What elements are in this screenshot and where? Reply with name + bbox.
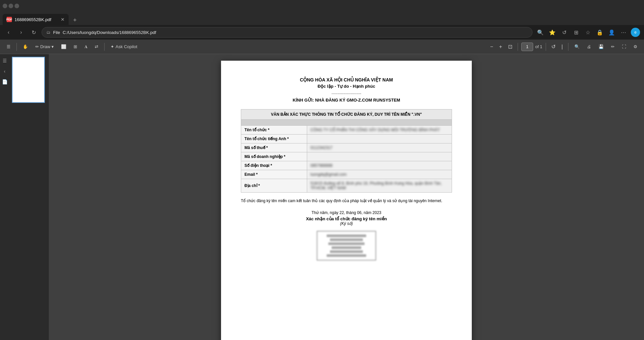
stamp-line-2	[330, 238, 363, 241]
refresh-icon[interactable]: ↺	[560, 28, 569, 37]
field-value-0: CÔNG TY CỔ PHẦN THI CÔNG XÂY DỰNG MÔI TR…	[307, 126, 452, 135]
address-protocol: File	[53, 30, 60, 35]
edge-icon: e	[631, 28, 640, 37]
close-dot	[15, 4, 19, 8]
back-button[interactable]: ‹	[4, 28, 13, 37]
pdf-toolbar: ☰ ✋ ✏ Draw ▾ ⬜ ⊞ 𝐀 ⇄ ✦ Ask Copilot − + ⊡…	[0, 40, 644, 54]
search-icon[interactable]: 🔍	[536, 28, 545, 37]
profile-icon[interactable]: 👤	[607, 28, 616, 37]
pdf-header: CỘNG HÒA XÃ HỘI CHỦ NGHĨA VIỆT NAM Độc l…	[241, 77, 452, 103]
pdf-save-button[interactable]: 💾	[596, 43, 606, 50]
pdf-annotate-button[interactable]: ✏	[608, 43, 617, 50]
table-row: Tên tổ chức tiếng Anh *	[241, 135, 452, 143]
stamp-box	[317, 231, 376, 261]
pdf-recipient: KÍNH GỬI: NHÀ ĐĂNG KÝ GMO-Z.COM RUNSYSTE…	[241, 98, 452, 103]
layout-button[interactable]: ⊞	[71, 43, 80, 50]
pdf-fullscreen-button[interactable]: ⛶	[619, 43, 629, 50]
more-tools-button[interactable]: |	[560, 43, 565, 51]
zoom-in-button[interactable]: +	[497, 43, 504, 51]
star-icon[interactable]: ☆	[583, 28, 593, 37]
zoom-controls: − + ⊡ of 1 ↺ |	[488, 42, 565, 51]
toolbar-separator-1	[16, 43, 17, 51]
stamp-line-3	[328, 242, 365, 245]
stamp-line-6	[327, 254, 366, 257]
form-table-header: VĂN BẢN XÁC THỰC THÔNG TIN TỔ CHỨC ĐĂNG …	[241, 109, 452, 120]
pdf-dots: .........................	[241, 90, 452, 95]
page-number-input[interactable]	[521, 43, 533, 51]
total-pages-label: of 1	[535, 44, 542, 49]
thumbnail-page-1[interactable]	[12, 57, 45, 103]
sidebar: ☰ ‹ 📄	[0, 54, 9, 340]
tab-favicon: PDF	[7, 17, 12, 22]
translate-icon: ⇄	[95, 44, 98, 49]
pdf-search-button[interactable]: 🔍	[572, 43, 582, 50]
layout-icon: ⊞	[74, 44, 77, 49]
draw-label: Draw	[40, 44, 50, 49]
pdf-footer-text: Tổ chức đăng ký tên miền cam kết tuân th…	[241, 198, 452, 204]
address-bar: ‹ › ↻ 🗂 File C:/Users/luongdq/Downloads/…	[0, 25, 644, 40]
sidebar-back-icon[interactable]: ‹	[1, 67, 9, 75]
draw-button[interactable]: ✏ Draw ▾	[33, 43, 56, 50]
field-value-3	[307, 152, 452, 161]
blurred-value-5: luongdq@gmail.com	[310, 172, 347, 177]
field-label-2: Mã số thuế *	[241, 143, 307, 152]
rotate-button[interactable]: ↺	[549, 42, 558, 51]
field-label-6: Địa chỉ *	[241, 179, 307, 193]
fit-page-button[interactable]: ⊡	[506, 42, 514, 51]
toolbar-separator-3	[518, 43, 518, 51]
pdf-stamp-area	[313, 229, 379, 262]
split-icon[interactable]: ⊞	[571, 28, 581, 37]
blurred-value-0: CÔNG TY CỔ PHẦN THI CÔNG XÂY DỰNG MÔI TR…	[310, 128, 440, 132]
zoom-out-button[interactable]: −	[488, 43, 495, 51]
table-row: Tên tổ chức * CÔNG TY CỔ PHẦN THI CÔNG X…	[241, 126, 452, 135]
browser-toolbar-icons: 🔍 ⭐ ↺ ⊞ ☆ 🔒 👤 ⋯ e	[536, 28, 640, 37]
touch-draw-button[interactable]: ✋	[20, 43, 31, 50]
field-value-2: 0112342317	[307, 143, 452, 152]
pdf-print-button[interactable]: 🖨	[584, 43, 594, 50]
touch-icon: ✋	[23, 44, 28, 49]
form-table-subheader	[241, 120, 452, 126]
forward-button[interactable]: ›	[16, 28, 26, 37]
main-area: ☰ ‹ 📄 CỘNG HÒA XÃ HỘI CHỦ NGHĨA VIỆT NAM…	[0, 54, 644, 340]
field-value-1	[307, 135, 452, 143]
field-label-4: Số điện thoại *	[241, 161, 307, 170]
pdf-viewer-area[interactable]: CỘNG HÒA XÃ HỘI CHỦ NGHĨA VIỆT NAM Độc l…	[49, 54, 644, 340]
window-controls	[3, 4, 19, 8]
table-row: Địa chỉ * 518/15 đường số 8, Bình phú 19…	[241, 179, 452, 193]
copilot-button[interactable]: ✦ Ask Copilot	[108, 43, 140, 50]
new-tab-button[interactable]: +	[70, 15, 80, 25]
pdf-settings-button[interactable]: ⚙	[631, 43, 640, 50]
table-row: Mã số doanh nghiệp *	[241, 152, 452, 161]
copilot-icon: ✦	[111, 44, 114, 49]
pdf-menu-button[interactable]: ☰	[4, 43, 13, 50]
blurred-value-4: 0857988888	[310, 163, 333, 168]
refresh-button[interactable]: ↻	[29, 28, 38, 37]
table-row: Email * luongdq@gmail.com	[241, 170, 452, 179]
favorites-icon[interactable]: ⭐	[548, 28, 557, 37]
pdf-confirm-title: Xác nhận của tổ chức đăng ký tên miền	[241, 216, 452, 221]
translate-button[interactable]: ⇄	[92, 43, 101, 50]
stamp-line-4	[332, 246, 361, 249]
draw-icon: ✏	[35, 44, 39, 49]
erase-icon: ⬜	[61, 44, 66, 49]
thumbnail-panel	[9, 54, 49, 340]
active-tab[interactable]: PDF 1688696552BK.pdf ✕	[3, 14, 69, 25]
blurred-value-6: 518/15 đường số 8, Bình phú 19, Phường B…	[310, 181, 442, 190]
erase-button[interactable]: ⬜	[58, 43, 69, 50]
field-value-6: 518/15 đường số 8, Bình phú 19, Phường B…	[307, 179, 452, 193]
toolbar-separator-2	[104, 43, 105, 51]
tab-close-button[interactable]: ✕	[61, 17, 65, 22]
more-icon[interactable]: ⋯	[619, 28, 628, 37]
address-input[interactable]: 🗂 File C:/Users/luongdq/Downloads/168869…	[42, 27, 532, 38]
sidebar-icon-3[interactable]: 📄	[1, 78, 9, 86]
draw-chevron-icon: ▾	[51, 44, 54, 49]
toolbar-separator-4	[546, 43, 546, 51]
collections-icon[interactable]: 🔒	[595, 28, 604, 37]
text-button[interactable]: 𝐀	[82, 43, 90, 51]
stamp-line-1	[327, 234, 366, 237]
sidebar-menu-icon[interactable]: ☰	[1, 57, 9, 65]
tab-bar: PDF 1688696552BK.pdf ✕ +	[0, 12, 644, 25]
pdf-date-section: Thứ năm, ngày 22, tháng 06, năm 2023 Xác…	[241, 210, 452, 262]
field-label-0: Tên tổ chức *	[241, 126, 307, 135]
pdf-toolbar-right: 🔍 🖨 💾 ✏ ⛶ ⚙	[567, 43, 640, 51]
